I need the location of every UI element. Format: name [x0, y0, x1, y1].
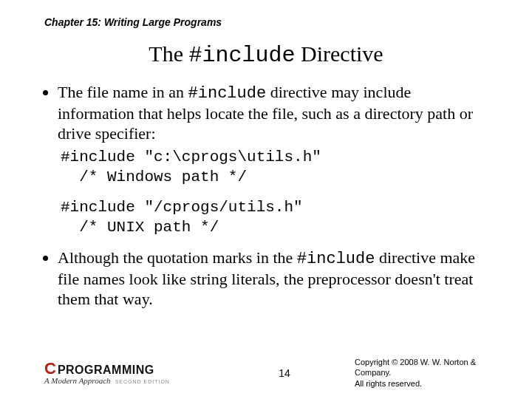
- slide-title: The #include Directive: [44, 41, 488, 68]
- copyright: Copyright © 2008 W. W. Norton & Company.…: [355, 357, 502, 389]
- bullet-list: The file name in an #include directive m…: [44, 83, 488, 143]
- title-text-post: Directive: [296, 41, 383, 66]
- bullet-1: The file name in an #include directive m…: [58, 83, 488, 143]
- title-code: #include: [189, 43, 296, 68]
- logo-sub-row: A Modern Approach SECOND EDITION: [44, 377, 170, 385]
- logo-subtitle: A Modern Approach: [44, 377, 111, 385]
- title-text-pre: The: [149, 41, 188, 66]
- bullet-list-2: Although the quotation marks in the #inc…: [44, 248, 488, 309]
- bullet2-text-a: Although the quotation marks in the: [58, 248, 297, 267]
- page-number: 14: [279, 367, 290, 379]
- logo-word: PROGRAMMING: [58, 364, 154, 376]
- logo-top: C PROGRAMMING: [44, 361, 170, 377]
- bullet1-text-a: The file name in an: [58, 83, 188, 101]
- code2-line1: #include "/cprogs/utils.h": [61, 199, 303, 216]
- footer: C PROGRAMMING A Modern Approach SECOND E…: [44, 357, 502, 389]
- bullet2-code: #include: [297, 250, 375, 268]
- bullet-2: Although the quotation marks in the #inc…: [58, 248, 488, 309]
- chapter-header: Chapter 15: Writing Large Programs: [44, 16, 488, 28]
- logo-c-letter: C: [44, 361, 56, 377]
- copyright-line2: All rights reserved.: [355, 378, 502, 389]
- copyright-line1: Copyright © 2008 W. W. Norton & Company.: [355, 357, 502, 378]
- code1-line1: #include "c:\cprogs\utils.h": [61, 149, 321, 166]
- code2-line2: /* UNIX path */: [61, 219, 219, 236]
- book-logo: C PROGRAMMING A Modern Approach SECOND E…: [44, 361, 170, 385]
- bullet1-code: #include: [188, 84, 267, 103]
- logo-edition: SECOND EDITION: [115, 379, 170, 384]
- code-block-windows: #include "c:\cprogs\utils.h" /* Windows …: [61, 148, 488, 188]
- code-block-unix: #include "/cprogs/utils.h" /* UNIX path …: [61, 198, 488, 238]
- slide: Chapter 15: Writing Large Programs The #…: [0, 0, 532, 399]
- code1-line2: /* Windows path */: [61, 168, 247, 185]
